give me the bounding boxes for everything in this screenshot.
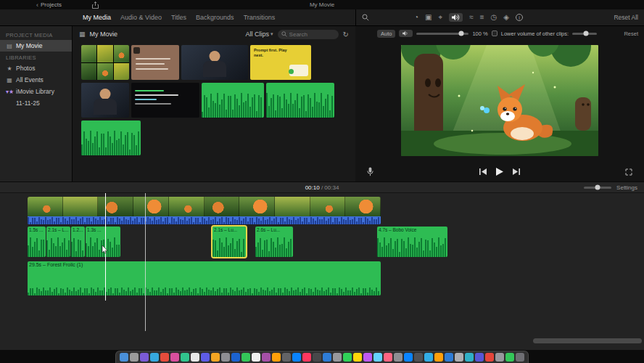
music-clip[interactable]: 29.5s – Forest Frolic (1) — [28, 261, 381, 295]
horizontal-scrollbar[interactable] — [533, 338, 642, 343]
dock-app-icon[interactable] — [333, 353, 342, 362]
timeline-filmstrip[interactable] — [28, 197, 381, 216]
dock-app-icon[interactable] — [252, 353, 260, 362]
dock-app-icon[interactable] — [211, 353, 220, 362]
fullscreen-icon[interactable] — [625, 168, 632, 176]
dock-app-icon[interactable] — [323, 353, 331, 362]
info-icon[interactable]: i — [516, 14, 523, 21]
equalizer-icon[interactable]: ≡ — [480, 14, 484, 21]
auto-volume-button[interactable]: Auto — [377, 30, 395, 38]
lower-volume-knob[interactable] — [583, 31, 588, 36]
reset-button[interactable]: Reset — [624, 30, 638, 37]
dock-app-icon[interactable] — [394, 353, 402, 362]
settings-button[interactable]: Settings — [616, 184, 637, 191]
dock-app-icon[interactable] — [373, 353, 382, 362]
dock-app-icon[interactable] — [191, 353, 199, 362]
dock-app-icon[interactable] — [363, 353, 372, 362]
dock-app-icon[interactable] — [262, 353, 271, 362]
clip-thumbnail-prompt[interactable]: Prompt first. Play next. — [250, 45, 311, 80]
previous-button[interactable] — [479, 168, 487, 175]
tab-my-media[interactable]: My Media — [83, 14, 111, 21]
dock-app-icon[interactable] — [343, 353, 352, 362]
grid-view-icon[interactable]: ▦ — [79, 30, 86, 38]
dock-app-icon[interactable] — [160, 353, 169, 362]
color-balance-icon[interactable]: ◔ — [414, 14, 418, 21]
back-to-projects-button[interactable]: ‹ Projects — [36, 1, 62, 9]
dock-app-icon[interactable] — [201, 353, 210, 362]
dock-app-icon[interactable] — [353, 353, 362, 362]
audio-clip[interactable]: 2.6s – Lu... — [255, 227, 293, 257]
audio-clip-thumbnail-1[interactable] — [202, 83, 264, 118]
search-input[interactable] — [289, 31, 335, 38]
clip-filter-dropdown[interactable]: All Clips ▾ — [246, 30, 273, 38]
dock-app-icon[interactable] — [495, 353, 504, 362]
sidebar-item-my-movie[interactable]: ▤ My Movie — [0, 40, 72, 52]
clip-thumbnail-notes[interactable] — [131, 45, 179, 80]
dock-app-icon[interactable] — [414, 353, 423, 362]
audio-clip[interactable]: 1.2... — [71, 227, 85, 257]
tab-audio-video[interactable]: Audio & Video — [120, 14, 162, 21]
audio-clip-voice[interactable]: 4.7s – Bobo Voice — [377, 227, 447, 257]
stabilization-icon[interactable]: ⌖ — [439, 14, 443, 21]
dock-app-icon[interactable] — [140, 353, 149, 362]
sidebar-item-event-date[interactable]: 11-11-25 — [0, 97, 72, 109]
dock-app-icon[interactable] — [424, 353, 433, 362]
search-box[interactable] — [278, 30, 339, 39]
share-button[interactable] — [92, 1, 99, 9]
dock-app-icon[interactable] — [120, 353, 128, 362]
lower-volume-slider[interactable] — [572, 33, 597, 35]
dock-app-icon[interactable] — [475, 353, 484, 362]
dock-app-icon[interactable] — [130, 353, 139, 362]
dock-app-icon[interactable] — [282, 353, 291, 362]
voiceover-mic-button[interactable] — [367, 167, 373, 176]
volume-slider-knob[interactable] — [458, 31, 463, 36]
audio-clip-thumbnail-2[interactable] — [266, 83, 334, 118]
lower-volume-checkbox[interactable] — [492, 30, 498, 36]
dock-app-icon[interactable] — [292, 353, 301, 362]
speed-icon[interactable]: ◷ — [490, 14, 497, 21]
next-button[interactable] — [513, 168, 520, 175]
zoom-icon[interactable] — [362, 14, 369, 21]
dock-app-icon[interactable] — [505, 353, 514, 362]
dock-app-icon[interactable] — [384, 353, 392, 362]
audio-clip[interactable]: 2.1s – L... — [46, 227, 70, 257]
sidebar-item-imovie-library[interactable]: ▾★ iMovie Library — [0, 86, 72, 97]
dock-app-icon[interactable] — [485, 353, 494, 362]
dock-app-icon[interactable] — [445, 353, 453, 362]
dock-app-icon[interactable] — [170, 353, 179, 362]
volume-icon[interactable] — [449, 13, 463, 22]
crop-icon[interactable]: ▣ — [425, 14, 432, 21]
sidebar-item-photos[interactable]: ★ Photos — [0, 62, 72, 74]
audio-clip-thumbnail-3[interactable] — [81, 121, 141, 155]
playhead[interactable] — [145, 193, 146, 331]
dock-app-icon[interactable] — [231, 353, 240, 362]
timeline[interactable]: 1.5s ... 2.1s – L... 1.2... 1.3s ... 2.1… — [0, 193, 644, 350]
dock-app-icon[interactable] — [434, 353, 443, 362]
volume-slider[interactable] — [416, 33, 468, 35]
dock-app-icon[interactable] — [242, 353, 250, 362]
filters-icon[interactable]: ◈ — [503, 14, 509, 21]
tab-backgrounds[interactable]: Backgrounds — [196, 14, 234, 21]
video-audio-waveform[interactable] — [28, 216, 381, 224]
play-button[interactable] — [496, 168, 503, 176]
tab-transitions[interactable]: Transitions — [244, 14, 276, 21]
dock-app-icon[interactable] — [150, 353, 159, 362]
dock-app-icon[interactable] — [302, 353, 311, 362]
dock-app-icon[interactable] — [181, 353, 189, 362]
dock-app-icon[interactable] — [516, 353, 524, 362]
zoom-slider[interactable] — [584, 187, 611, 189]
dock-app-icon[interactable] — [313, 353, 321, 362]
clip-thumbnail-screen-capture[interactable] — [131, 83, 199, 118]
clip-thumbnail-forest-grid[interactable] — [81, 45, 129, 80]
mute-button[interactable] — [399, 30, 413, 37]
reset-all-button[interactable]: Reset All — [614, 14, 638, 21]
audio-clip[interactable]: 1.5s ... — [28, 227, 46, 257]
sidebar-item-all-events[interactable]: ▦ All Events — [0, 74, 72, 86]
clip-thumbnail-presenter-1[interactable] — [181, 45, 248, 80]
audio-clip-selected[interactable]: 2.1s – Lu... — [212, 227, 246, 257]
dock-app-icon[interactable] — [455, 353, 463, 362]
noise-reduction-icon[interactable]: ≈ — [469, 14, 474, 21]
tab-titles[interactable]: Titles — [171, 14, 186, 21]
dock-app-icon[interactable] — [404, 353, 413, 362]
refresh-icon[interactable]: ↻ — [343, 30, 349, 38]
